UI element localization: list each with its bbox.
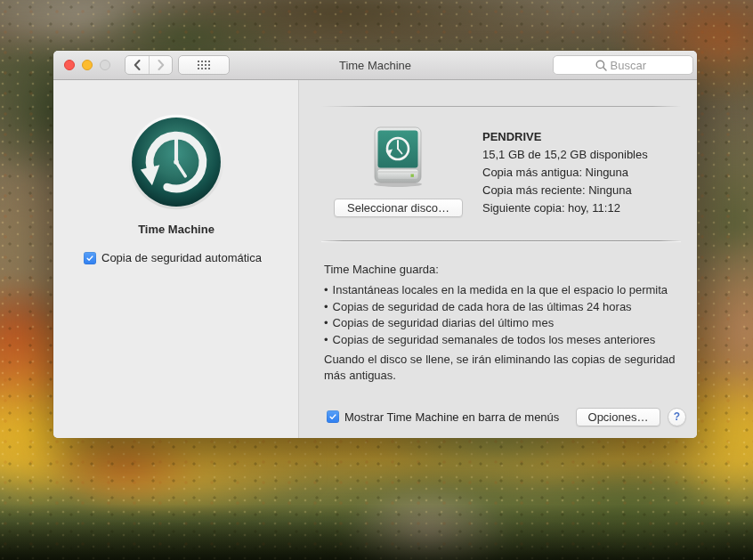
chevron-left-icon [134,60,141,70]
minimize-button[interactable] [82,60,93,70]
bullet-icon: • [324,316,328,329]
chevron-right-icon [158,60,165,70]
menubar-checkbox[interactable] [327,410,339,423]
zoom-button [100,60,110,70]
auto-backup-checkbox[interactable] [84,252,96,264]
disk-name: PENDRIVE [482,128,648,146]
app-name-label: Time Machine [53,223,299,236]
time-machine-app-icon [126,112,226,212]
search-field[interactable] [553,55,693,75]
capacity-note: Cuando el disco se llene, se irán elimin… [324,352,696,384]
bullet-icon: • [324,333,328,346]
disk-oldest-backup: Copia más antigua: Ninguna [482,164,648,182]
list-item: •Copias de seguridad semanales de todos … [324,332,668,349]
window-titlebar[interactable]: Time Machine [53,51,697,80]
list-item: •Instantáneas locales en la medida en la… [324,282,668,299]
backup-schedule-list: •Instantáneas locales en la medida en la… [324,282,668,348]
select-disk-button[interactable]: Seleccionar disco… [334,199,463,217]
info-heading: Time Machine guarda: [324,263,439,276]
auto-backup-label: Copia de seguridad automática [101,251,262,264]
sidebar: Time Machine Copia de seguridad automáti… [53,80,299,438]
forward-button[interactable] [149,56,172,74]
backup-drive-icon [370,126,425,188]
time-machine-preferences-window: Time Machine [53,51,697,438]
menubar-checkbox-label: Mostrar Time Machine en barra de menús [344,410,559,424]
list-item: •Copias de seguridad diarias del último … [324,315,668,332]
section-divider [321,240,681,241]
disk-info: PENDRIVE 15,1 GB de 15,2 GB disponibles … [482,128,648,217]
bullet-icon: • [324,283,328,296]
check-icon [85,254,94,263]
disk-available: 15,1 GB de 15,2 GB disponibles [482,146,648,164]
show-all-button[interactable] [178,55,230,75]
auto-backup-checkbox-row[interactable]: Copia de seguridad automática [84,251,262,264]
main-pane: Seleccionar disco… PENDRIVE 15,1 GB de 1… [299,80,697,438]
search-input[interactable] [611,59,652,72]
grid-icon [198,61,210,69]
list-item: •Copias de seguridad de cada hora de las… [324,299,668,316]
disk-next-backup: Siguiente copia: hoy, 11:12 [482,199,648,217]
search-icon [595,60,607,71]
help-button[interactable]: ? [668,408,686,426]
check-icon [328,412,337,421]
close-button[interactable] [64,60,75,70]
back-button[interactable] [126,56,149,74]
bullet-icon: • [324,300,328,313]
footer-row: Mostrar Time Machine en barra de menús O… [327,407,686,426]
nav-button-group [125,55,173,75]
menubar-checkbox-row[interactable]: Mostrar Time Machine en barra de menús [327,410,559,424]
traffic-lights [64,60,110,70]
disk-latest-backup: Copia más reciente: Ninguna [482,182,648,199]
scroll-edge-divider [321,106,681,107]
options-button[interactable]: Opciones… [576,408,660,426]
